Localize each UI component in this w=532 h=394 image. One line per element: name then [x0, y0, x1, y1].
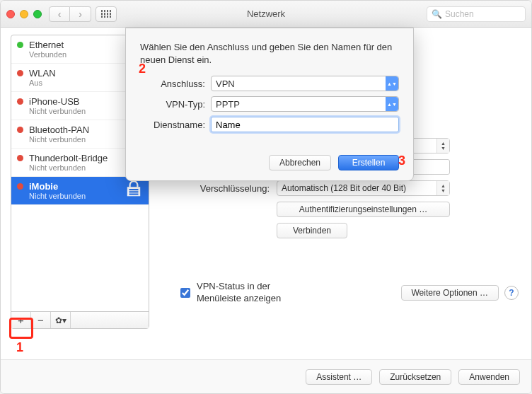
- service-actions-button[interactable]: ✿▾: [51, 312, 71, 328]
- remove-service-button[interactable]: −: [31, 312, 51, 328]
- svg-rect-4: [129, 194, 139, 195]
- new-service-sheet: Wählen Sie den Anschluss und geben Sie d…: [125, 28, 414, 181]
- forward-button[interactable]: ›: [70, 6, 91, 22]
- auth-settings-button[interactable]: Authentifizierungseinstellungen …: [277, 202, 450, 217]
- sheet-intro-text: Wählen Sie den Anschluss und geben Sie d…: [140, 41, 399, 66]
- show-all-button[interactable]: [96, 6, 117, 22]
- titlebar: ‹ › Netzwerk 🔍 Suchen: [1, 1, 531, 28]
- status-dot-icon: [17, 42, 23, 48]
- updown-arrow-icon: ▲▼: [386, 76, 398, 91]
- connect-button[interactable]: Verbinden: [277, 223, 347, 238]
- status-dot-icon: [17, 183, 23, 190]
- lock-icon: [125, 181, 143, 197]
- vpn-type-select[interactable]: PPTP ▲▼: [211, 96, 399, 112]
- vpn-status-checkbox[interactable]: [180, 288, 190, 298]
- sidebar-item-imobie[interactable]: iMobie Nicht verbunden: [11, 177, 149, 205]
- minimize-window-button[interactable]: [20, 10, 28, 18]
- vpn-type-label: VPN-Typ:: [140, 99, 211, 110]
- back-button[interactable]: ‹: [49, 6, 70, 22]
- grid-icon: [101, 10, 112, 18]
- search-icon: 🔍: [432, 9, 442, 19]
- interface-select[interactable]: VPN ▲▼: [211, 76, 399, 91]
- status-dot-icon: [17, 98, 23, 105]
- apply-button[interactable]: Anwenden: [458, 369, 520, 385]
- cancel-button[interactable]: Abbrechen: [269, 155, 331, 170]
- search-input[interactable]: 🔍 Suchen: [427, 6, 526, 22]
- help-button[interactable]: ?: [504, 286, 519, 300]
- preferences-window: ‹ › Netzwerk 🔍 Suchen Etherne: [0, 0, 532, 394]
- sidebar-toolbar: + − ✿▾: [11, 311, 149, 328]
- close-window-button[interactable]: [6, 10, 15, 18]
- add-service-button[interactable]: +: [11, 312, 31, 328]
- updown-arrow-icon: ▲▼: [436, 181, 449, 195]
- service-name-label: Dienstname:: [140, 120, 211, 130]
- updown-arrow-icon: ▲▼: [386, 97, 398, 111]
- window-controls: [6, 10, 42, 18]
- bottom-bar: Assistent … Zurücksetzen Anwenden: [1, 359, 531, 393]
- revert-button[interactable]: Zurücksetzen: [379, 369, 451, 385]
- vpn-status-label: VPN-Status in der Menüleiste anzeigen: [197, 281, 310, 305]
- more-options-button[interactable]: Weitere Optionen …: [401, 285, 499, 301]
- status-dot-icon: [17, 70, 23, 76]
- create-button[interactable]: Erstellen: [338, 155, 399, 170]
- svg-rect-2: [129, 189, 139, 190]
- encryption-select[interactable]: Automatisch (128 Bit oder 40 Bit) ▲▼: [277, 180, 450, 196]
- service-name-input[interactable]: [211, 117, 399, 132]
- search-placeholder: Suchen: [445, 9, 474, 19]
- status-dot-icon: [17, 155, 23, 161]
- updown-arrow-icon: ▲▼: [436, 139, 449, 153]
- interface-label: Anschluss:: [140, 79, 211, 89]
- encryption-label: Verschlüsselung:: [156, 183, 277, 194]
- assistant-button[interactable]: Assistent …: [306, 369, 372, 385]
- zoom-window-button[interactable]: [33, 10, 42, 18]
- status-dot-icon: [17, 127, 23, 133]
- svg-rect-3: [129, 191, 139, 192]
